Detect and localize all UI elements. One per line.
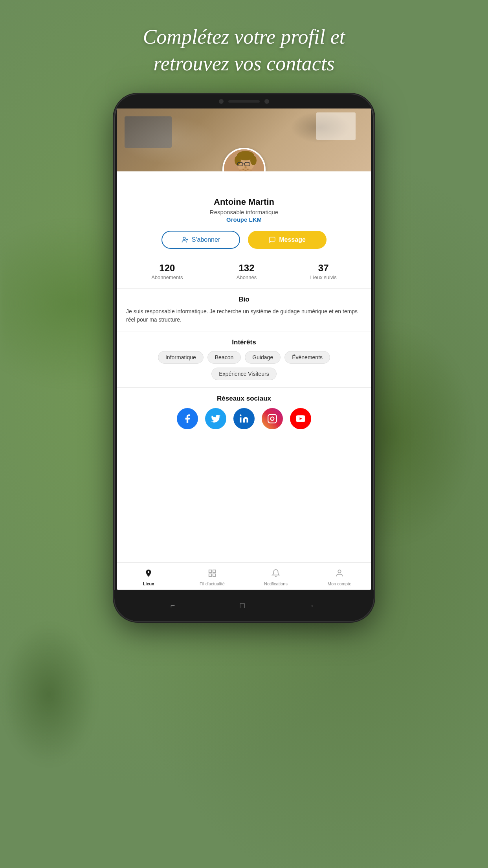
phone-speaker xyxy=(228,100,260,103)
places-count: 37 xyxy=(310,263,337,274)
svg-point-4 xyxy=(250,156,257,165)
recent-apps-icon[interactable]: ⌐ xyxy=(171,601,175,610)
svg-rect-21 xyxy=(213,570,215,572)
action-buttons: S'abonner Message xyxy=(117,231,371,249)
interests-section: Intérêts Informatique Beacon Guidage Évè… xyxy=(117,331,371,388)
profile-content: Antoine Martin Responsable informatique … xyxy=(117,171,371,440)
svg-point-16 xyxy=(240,414,241,416)
bio-text: Je suis responsable informatique. Je rec… xyxy=(126,307,362,324)
svg-point-24 xyxy=(338,570,341,572)
bio-title: Bio xyxy=(126,296,362,303)
facebook-icon[interactable] xyxy=(177,408,198,429)
tab-compte[interactable]: Mon compte xyxy=(308,566,371,586)
fil-label: Fil d'actualité xyxy=(200,581,225,586)
linkedin-icon[interactable] xyxy=(233,408,255,429)
twitter-icon[interactable] xyxy=(205,408,226,429)
profile-header-image xyxy=(117,108,371,171)
notifications-label: Notifications xyxy=(264,581,288,586)
interest-tag-1[interactable]: Beacon xyxy=(207,351,241,364)
lieux-label: Lieux xyxy=(143,581,154,586)
message-label: Message xyxy=(279,236,306,243)
social-icons-row xyxy=(126,408,362,429)
front-sensor xyxy=(264,99,269,104)
instagram-icon[interactable] xyxy=(262,408,283,429)
subscribers-label: Abonnés xyxy=(237,274,257,280)
svg-rect-17 xyxy=(268,414,277,423)
interest-tag-4[interactable]: Expérience Visiteurs xyxy=(211,368,276,380)
stat-subscribers: 132 Abonnés xyxy=(237,263,257,280)
interest-tag-3[interactable]: Évènements xyxy=(284,351,330,364)
svg-rect-22 xyxy=(209,574,211,576)
svg-rect-20 xyxy=(209,570,211,572)
interests-tags: Informatique Beacon Guidage Évènements E… xyxy=(126,351,362,380)
subscribe-button[interactable]: S'abonner xyxy=(161,231,240,249)
stats-row: 120 Abonnements 132 Abonnés 37 Lieux sui… xyxy=(117,259,371,289)
social-section: Réseaux sociaux xyxy=(117,388,371,436)
phone-screen: ▲ ▲ ▮▮ xyxy=(117,108,371,590)
desk-calendar-decoration xyxy=(316,112,356,140)
social-title: Réseaux sociaux xyxy=(126,395,362,403)
phone-device: ▲ ▲ ▮▮ xyxy=(114,94,374,621)
interests-title: Intérêts xyxy=(126,338,362,346)
svg-point-3 xyxy=(235,156,241,165)
youtube-icon[interactable] xyxy=(290,408,311,429)
tab-bar: Lieux Fil d'actualité xyxy=(117,562,371,590)
svg-point-12 xyxy=(183,237,185,239)
stat-subscriptions: 120 Abonnements xyxy=(151,263,183,280)
stat-places: 37 Lieux suivis xyxy=(310,263,337,280)
subscriptions-label: Abonnements xyxy=(151,274,183,280)
compte-label: Mon compte xyxy=(328,581,352,586)
avatar xyxy=(222,148,266,171)
lieux-icon xyxy=(144,569,153,580)
front-camera xyxy=(219,99,224,104)
phone-top-bar xyxy=(114,94,374,108)
headline: Complétez votre profil et retrouvez vos … xyxy=(0,24,488,77)
compte-icon xyxy=(335,569,344,580)
tab-fil[interactable]: Fil d'actualité xyxy=(180,566,244,586)
profile-name: Antoine Martin xyxy=(117,197,371,207)
interest-tag-0[interactable]: Informatique xyxy=(158,351,204,364)
message-button[interactable]: Message xyxy=(248,231,327,249)
svg-point-8 xyxy=(244,166,247,168)
desk-laptop-decoration xyxy=(125,116,172,148)
phone-bottom-nav: ⌐ □ ← xyxy=(114,590,374,621)
bio-section: Bio Je suis responsable informatique. Je… xyxy=(117,289,371,331)
profile-role: Responsable informatique xyxy=(117,209,371,215)
headline-line1: Complétez votre profil et xyxy=(31,24,457,50)
interest-tag-2[interactable]: Guidage xyxy=(245,351,281,364)
svg-rect-23 xyxy=(213,574,215,576)
home-icon[interactable]: □ xyxy=(240,601,245,610)
message-icon xyxy=(269,236,276,243)
profile-company[interactable]: Groupe LKM xyxy=(117,216,371,223)
back-icon[interactable]: ← xyxy=(310,601,317,610)
svg-rect-15 xyxy=(240,417,241,423)
subscribers-count: 132 xyxy=(237,263,257,274)
tab-lieux[interactable]: Lieux xyxy=(117,566,180,586)
notifications-icon xyxy=(272,569,280,580)
subscribe-label: S'abonner xyxy=(192,236,220,243)
screen-content[interactable]: Antoine Martin Responsable informatique … xyxy=(117,108,371,562)
headline-line2: retrouvez vos contacts xyxy=(31,50,457,77)
tab-notifications[interactable]: Notifications xyxy=(244,566,308,586)
avatar-face xyxy=(224,149,264,171)
subscriptions-count: 120 xyxy=(151,263,183,274)
places-label: Lieux suivis xyxy=(310,274,337,280)
subscribe-icon xyxy=(182,236,189,243)
fil-icon xyxy=(208,569,216,580)
